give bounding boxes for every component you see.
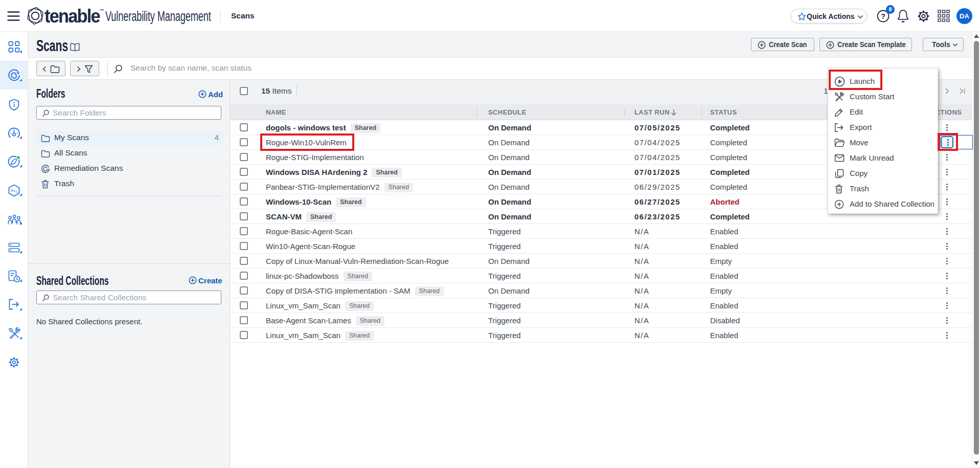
svg-text:?: ?: [881, 12, 885, 20]
